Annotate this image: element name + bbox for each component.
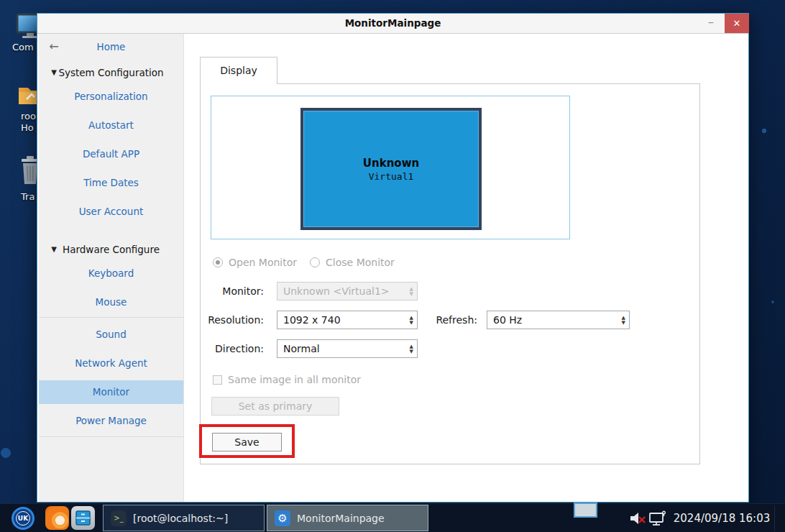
sidebar-item-time-dates[interactable]: Time Dates: [39, 172, 183, 193]
monitor-select-value: Unknown <Virtual1>: [283, 285, 390, 297]
sidebar-item-label: Monitor: [93, 386, 129, 398]
direction-select-value: Normal: [283, 343, 320, 354]
sidebar-divider: [39, 317, 183, 318]
sidebar-item-label: Home: [97, 41, 126, 52]
desktop-icon-label: Com: [12, 42, 34, 53]
terminal-icon: >_: [111, 510, 127, 526]
sidebar-item-autostart[interactable]: Autostart: [39, 114, 183, 136]
display-settings-panel: Unknown Virtual1 Open Monitor Close Moni…: [200, 83, 700, 464]
set-as-primary-button[interactable]: Set as primary: [211, 397, 339, 416]
sidebar-item-keyboard[interactable]: Keyboard: [39, 262, 183, 284]
display-tray-icon[interactable]: [648, 510, 667, 526]
sidebar-section-label: Hardware Configure: [63, 244, 160, 255]
refresh-select-value: 60 Hz: [493, 314, 522, 326]
task-button-monitor-mainpage[interactable]: ⚙ MonitorMainpage: [267, 505, 428, 531]
taskbar: UK >_ [root@localhost:~] ⚙ MonitorMainpa…: [0, 503, 785, 532]
start-menu-button[interactable]: UK: [12, 507, 35, 530]
radio-label: Open Monitor: [229, 257, 297, 268]
sidebar-item-label: Autostart: [88, 119, 134, 131]
resolution-select[interactable]: 785 x 532 ▲ ▼: [277, 311, 418, 329]
sidebar-section-hardware-configure[interactable]: ▼ Hardware Configure: [39, 239, 183, 260]
sidebar-item-monitor[interactable]: Monitor: [39, 380, 183, 404]
checkbox-label: Same image in all monitor: [228, 374, 361, 385]
monitor-field-label: Monitor:: [206, 282, 264, 301]
monitor-power-radio-group: Open Monitor Close Monitor: [213, 257, 408, 268]
volume-muted-icon[interactable]: [629, 510, 646, 526]
sidebar-item-label: Default APP: [83, 148, 139, 160]
sidebar-item-label: Network Agent: [75, 357, 147, 369]
sidebar-item-user-account[interactable]: User Account: [39, 201, 183, 222]
spinner-arrows[interactable]: ▲ ▼: [622, 316, 625, 325]
sidebar-item-label: Sound: [96, 329, 127, 340]
save-button[interactable]: Save: [212, 433, 282, 451]
spin-down-icon[interactable]: ▼: [410, 349, 413, 354]
sidebar-item-mouse[interactable]: Mouse: [39, 291, 183, 313]
spin-down-icon: ▼: [410, 291, 413, 296]
direction-select[interactable]: Normal ▲ ▼: [277, 339, 418, 358]
file-cabinet-icon: [71, 506, 95, 530]
spinner-arrows[interactable]: ▲ ▼: [410, 316, 413, 325]
start-logo-icon: UK: [16, 511, 30, 526]
close-monitor-option[interactable]: Close Monitor: [310, 257, 395, 268]
tab-display[interactable]: Display: [200, 57, 277, 84]
taskbar-clock[interactable]: 2024/09/18 16:03: [671, 504, 773, 532]
tray-widget[interactable]: [574, 503, 597, 518]
sidebar-divider: [39, 436, 183, 437]
task-button-label: [root@localhost:~]: [133, 513, 228, 524]
task-button-terminal[interactable]: >_ [root@localhost:~]: [103, 505, 265, 531]
spinner-arrows[interactable]: ▲ ▼: [410, 344, 413, 354]
sidebar-item-label: Personalization: [74, 91, 147, 102]
monitor-select: Unknown <Virtual1> ▲ ▼: [277, 282, 418, 301]
sidebar-item-personalization[interactable]: Personalization: [39, 86, 183, 107]
sidebar-section-system-configuration[interactable]: ▼ System Configuration: [39, 62, 183, 83]
sidebar-item-label: Mouse: [96, 296, 127, 308]
taskbar-separator: [774, 505, 775, 531]
sidebar-item-label: Power Manage: [75, 415, 147, 426]
minimize-button[interactable]: –: [702, 14, 720, 33]
sidebar-item-label: Time Dates: [83, 177, 139, 188]
close-button[interactable]: ✕: [725, 14, 749, 33]
firefox-icon[interactable]: [45, 506, 69, 530]
monitor-preview-rect[interactable]: Unknown Virtual1: [300, 108, 482, 230]
sidebar-item-label: User Account: [79, 206, 144, 217]
sidebar-section-label: System Configuration: [58, 67, 163, 78]
sidebar-item-power-manage[interactable]: Power Manage: [39, 410, 183, 431]
chevron-down-icon: ▼: [47, 62, 60, 83]
chevron-down-icon: ▼: [47, 239, 60, 260]
gear-icon: ⚙: [275, 510, 290, 526]
settings-sidebar: ← Home ▼ System Configuration Personaliz…: [39, 34, 184, 502]
same-image-option: Same image in all monitor: [213, 374, 361, 385]
task-button-label: MonitorMainpage: [297, 513, 385, 524]
refresh-select[interactable]: 60 Hz ▲ ▼: [487, 311, 630, 329]
desktop-background: Com roo Ho Tra MonitorMainpage – ✕: [0, 0, 785, 532]
monitor-id: Virtual1: [369, 171, 414, 182]
radio-open-monitor[interactable]: [213, 257, 223, 267]
spin-down-icon[interactable]: ▼: [622, 320, 625, 325]
resolution-select-value: 785 x 532: [283, 314, 341, 326]
sidebar-item-network-agent[interactable]: Network Agent: [39, 352, 183, 374]
resolution-field-label: Resolution:: [206, 311, 264, 329]
sidebar-item-label: Keyboard: [88, 267, 134, 279]
monitor-layout-preview: Unknown Virtual1: [211, 96, 570, 239]
monitor-name: Unknown: [363, 157, 419, 170]
spin-down-icon[interactable]: ▼: [410, 320, 413, 325]
sidebar-item-home[interactable]: ← Home: [39, 36, 183, 58]
sidebar-item-default-app[interactable]: Default APP: [39, 143, 183, 165]
radio-close-monitor[interactable]: [310, 257, 320, 267]
open-monitor-option[interactable]: Open Monitor: [213, 257, 297, 268]
desktop-icon-label: Tra: [21, 191, 35, 203]
spinner-arrows: ▲ ▼: [410, 287, 413, 296]
radio-label: Close Monitor: [326, 257, 395, 268]
file-manager-icon[interactable]: [71, 506, 95, 530]
same-image-checkbox[interactable]: [213, 375, 222, 385]
window-titlebar[interactable]: MonitorMainpage – ✕: [37, 14, 748, 34]
window-title: MonitorMainpage: [37, 14, 748, 33]
refresh-field-label: Refresh:: [420, 311, 477, 329]
direction-field-label: Direction:: [206, 339, 264, 358]
back-arrow-icon[interactable]: ←: [47, 36, 60, 58]
sidebar-item-sound[interactable]: Sound: [39, 324, 183, 345]
monitor-settings-window: MonitorMainpage – ✕ ← Home ▼ System Conf…: [37, 13, 749, 503]
